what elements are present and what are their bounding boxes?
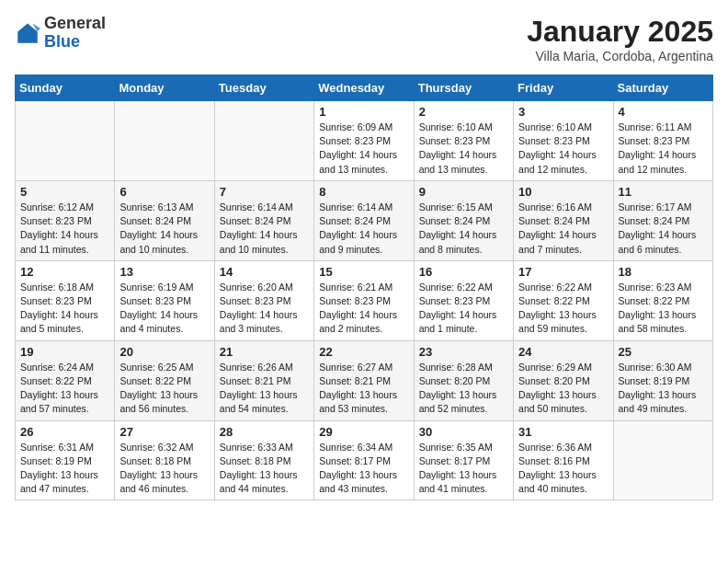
calendar-day-cell: 12Sunrise: 6:18 AMSunset: 8:23 PMDayligh… [16,260,115,340]
calendar-day-cell: 18Sunrise: 6:23 AMSunset: 8:22 PMDayligh… [613,260,712,340]
day-number: 5 [20,185,109,199]
day-number: 12 [20,265,109,279]
calendar-day-cell: 8Sunrise: 6:14 AMSunset: 8:24 PMDaylight… [314,180,414,260]
day-of-week-header: Wednesday [314,75,414,101]
calendar-header-row: SundayMondayTuesdayWednesdayThursdayFrid… [16,75,713,101]
day-info: Sunrise: 6:09 AMSunset: 8:23 PMDaylight:… [319,121,408,177]
calendar-day-cell: 13Sunrise: 6:19 AMSunset: 8:23 PMDayligh… [115,260,214,340]
calendar-day-cell: 24Sunrise: 6:29 AMSunset: 8:20 PMDayligh… [514,340,613,420]
day-number: 31 [518,425,608,439]
calendar-day-cell: 15Sunrise: 6:21 AMSunset: 8:23 PMDayligh… [314,260,414,340]
day-of-week-header: Friday [514,75,613,101]
day-number: 4 [619,105,708,119]
calendar-day-cell: 11Sunrise: 6:17 AMSunset: 8:24 PMDayligh… [613,180,712,260]
calendar-day-cell: 2Sunrise: 6:10 AMSunset: 8:23 PMDaylight… [414,101,513,181]
calendar-day-cell: 31Sunrise: 6:36 AMSunset: 8:16 PMDayligh… [514,420,613,500]
calendar-day-cell [214,101,313,181]
day-info: Sunrise: 6:23 AMSunset: 8:22 PMDaylight:… [619,281,708,337]
day-info: Sunrise: 6:28 AMSunset: 8:20 PMDaylight:… [419,361,508,417]
day-number: 18 [619,265,708,279]
day-info: Sunrise: 6:17 AMSunset: 8:24 PMDaylight:… [619,201,708,257]
day-number: 21 [220,345,309,359]
day-number: 3 [518,105,608,119]
logo-blue-text: Blue [44,32,80,51]
day-number: 1 [319,105,408,119]
day-info: Sunrise: 6:10 AMSunset: 8:23 PMDaylight:… [419,121,508,177]
day-number: 2 [419,105,508,119]
calendar-day-cell: 23Sunrise: 6:28 AMSunset: 8:20 PMDayligh… [414,340,513,420]
calendar-week-row: 12Sunrise: 6:18 AMSunset: 8:23 PMDayligh… [16,260,713,340]
day-of-week-header: Tuesday [214,75,313,101]
calendar-day-cell: 27Sunrise: 6:32 AMSunset: 8:18 PMDayligh… [115,420,214,500]
calendar-day-cell [613,420,712,500]
day-number: 14 [220,265,309,279]
day-number: 17 [518,265,608,279]
calendar-day-cell: 29Sunrise: 6:34 AMSunset: 8:17 PMDayligh… [314,420,414,500]
calendar-week-row: 1Sunrise: 6:09 AMSunset: 8:23 PMDaylight… [16,101,713,181]
day-info: Sunrise: 6:20 AMSunset: 8:23 PMDaylight:… [220,281,309,337]
day-info: Sunrise: 6:35 AMSunset: 8:17 PMDaylight:… [419,441,508,497]
calendar-day-cell: 10Sunrise: 6:16 AMSunset: 8:24 PMDayligh… [514,180,613,260]
day-info: Sunrise: 6:21 AMSunset: 8:23 PMDaylight:… [319,281,408,337]
calendar-day-cell: 26Sunrise: 6:31 AMSunset: 8:19 PMDayligh… [16,420,115,500]
calendar-day-cell: 5Sunrise: 6:12 AMSunset: 8:23 PMDaylight… [16,180,115,260]
calendar-day-cell: 30Sunrise: 6:35 AMSunset: 8:17 PMDayligh… [414,420,513,500]
day-number: 8 [319,185,408,199]
day-info: Sunrise: 6:26 AMSunset: 8:21 PMDaylight:… [220,361,309,417]
day-number: 23 [419,345,508,359]
day-info: Sunrise: 6:19 AMSunset: 8:23 PMDaylight:… [119,281,209,337]
day-info: Sunrise: 6:34 AMSunset: 8:17 PMDaylight:… [319,441,408,497]
day-number: 27 [119,425,209,439]
day-number: 16 [419,265,508,279]
calendar-day-cell: 20Sunrise: 6:25 AMSunset: 8:22 PMDayligh… [115,340,214,420]
month-title: January 2025 [527,15,713,49]
calendar-day-cell: 4Sunrise: 6:11 AMSunset: 8:23 PMDaylight… [613,101,712,181]
day-info: Sunrise: 6:16 AMSunset: 8:24 PMDaylight:… [518,201,608,257]
day-info: Sunrise: 6:24 AMSunset: 8:22 PMDaylight:… [20,361,109,417]
day-info: Sunrise: 6:29 AMSunset: 8:20 PMDaylight:… [518,361,608,417]
calendar-day-cell: 16Sunrise: 6:22 AMSunset: 8:23 PMDayligh… [414,260,513,340]
day-number: 26 [20,425,109,439]
day-of-week-header: Thursday [414,75,513,101]
calendar-day-cell: 14Sunrise: 6:20 AMSunset: 8:23 PMDayligh… [214,260,313,340]
day-info: Sunrise: 6:32 AMSunset: 8:18 PMDaylight:… [119,441,209,497]
calendar-week-row: 5Sunrise: 6:12 AMSunset: 8:23 PMDaylight… [16,180,713,260]
page-header: General Blue January 2025 Villa Maria, C… [15,15,713,63]
calendar-week-row: 26Sunrise: 6:31 AMSunset: 8:19 PMDayligh… [16,420,713,500]
calendar-day-cell: 6Sunrise: 6:13 AMSunset: 8:24 PMDaylight… [115,180,214,260]
day-info: Sunrise: 6:14 AMSunset: 8:24 PMDaylight:… [220,201,309,257]
logo: General Blue [15,15,106,52]
calendar-day-cell: 25Sunrise: 6:30 AMSunset: 8:19 PMDayligh… [613,340,712,420]
day-info: Sunrise: 6:31 AMSunset: 8:19 PMDaylight:… [20,441,109,497]
calendar-day-cell: 28Sunrise: 6:33 AMSunset: 8:18 PMDayligh… [214,420,313,500]
calendar-day-cell: 21Sunrise: 6:26 AMSunset: 8:21 PMDayligh… [214,340,313,420]
day-number: 25 [619,345,708,359]
day-number: 28 [220,425,309,439]
day-info: Sunrise: 6:33 AMSunset: 8:18 PMDaylight:… [220,441,309,497]
day-of-week-header: Monday [115,75,214,101]
calendar-day-cell [115,101,214,181]
day-number: 11 [619,185,708,199]
day-info: Sunrise: 6:18 AMSunset: 8:23 PMDaylight:… [20,281,109,337]
calendar-week-row: 19Sunrise: 6:24 AMSunset: 8:22 PMDayligh… [16,340,713,420]
day-number: 19 [20,345,109,359]
day-of-week-header: Saturday [613,75,712,101]
day-number: 20 [119,345,209,359]
calendar-day-cell: 7Sunrise: 6:14 AMSunset: 8:24 PMDaylight… [214,180,313,260]
day-info: Sunrise: 6:10 AMSunset: 8:23 PMDaylight:… [518,121,608,177]
day-number: 10 [518,185,608,199]
day-info: Sunrise: 6:22 AMSunset: 8:23 PMDaylight:… [419,281,508,337]
day-info: Sunrise: 6:13 AMSunset: 8:24 PMDaylight:… [119,201,209,257]
day-number: 6 [119,185,209,199]
day-info: Sunrise: 6:15 AMSunset: 8:24 PMDaylight:… [419,201,508,257]
day-number: 7 [220,185,309,199]
title-block: January 2025 Villa Maria, Cordoba, Argen… [527,15,713,63]
day-number: 29 [319,425,408,439]
calendar-day-cell: 22Sunrise: 6:27 AMSunset: 8:21 PMDayligh… [314,340,414,420]
location-subtitle: Villa Maria, Cordoba, Argentina [527,49,713,63]
calendar-table: SundayMondayTuesdayWednesdayThursdayFrid… [15,75,713,500]
day-info: Sunrise: 6:22 AMSunset: 8:22 PMDaylight:… [518,281,608,337]
day-info: Sunrise: 6:36 AMSunset: 8:16 PMDaylight:… [518,441,608,497]
calendar-day-cell: 19Sunrise: 6:24 AMSunset: 8:22 PMDayligh… [16,340,115,420]
calendar-day-cell: 1Sunrise: 6:09 AMSunset: 8:23 PMDaylight… [314,101,414,181]
